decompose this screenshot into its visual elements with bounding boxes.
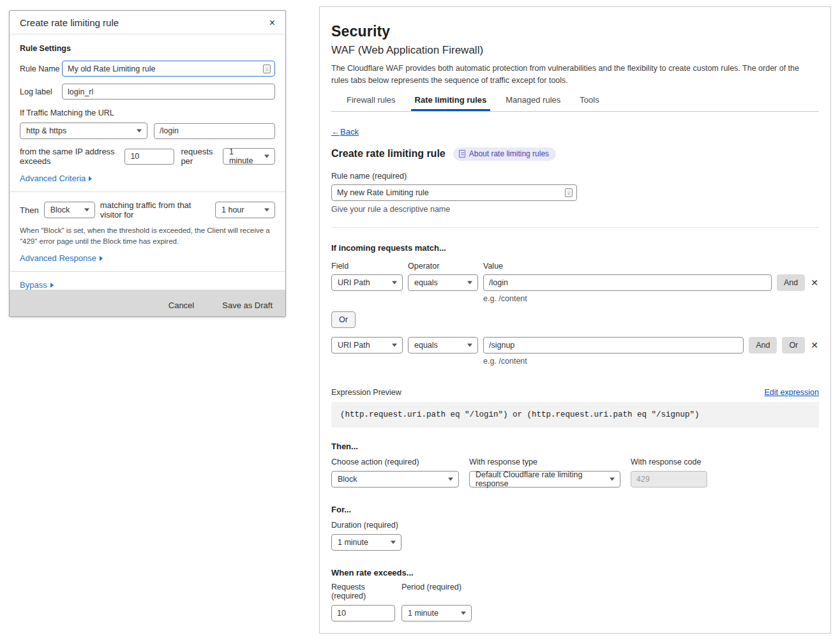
action-select[interactable]: Block [44, 202, 95, 218]
match-heading: If incoming requests match... [331, 243, 819, 253]
value-label: Value [483, 262, 503, 271]
log-label-row: Log label [20, 84, 275, 100]
rule-name-input[interactable] [331, 184, 577, 201]
rule-name-row: Rule Name ↓ [20, 61, 275, 77]
url-input[interactable] [154, 123, 275, 139]
field-select[interactable]: URI Path [331, 274, 403, 291]
autofill-icon[interactable]: ↓ [263, 64, 271, 73]
then-label: Then [20, 205, 39, 215]
security-waf-panel: Security WAF (Web Application Firewall) … [319, 6, 831, 634]
dialog-title: Create rate limiting rule [20, 17, 119, 28]
caret-right-icon [89, 176, 92, 181]
tab-tools[interactable]: Tools [580, 95, 599, 111]
advanced-criteria-label: Advanced Criteria [20, 174, 86, 183]
save-as-draft-button[interactable]: Save as Draft [222, 301, 273, 310]
response-type-select[interactable]: Default Cloudflare rate limiting respons… [469, 471, 620, 487]
then-row: Then Block matching traffic from that vi… [20, 200, 275, 220]
rule-settings-heading: Rule Settings [20, 44, 275, 53]
dialog-body: Rule Settings Rule Name ↓ Log label If T… [10, 34, 285, 290]
advanced-criteria-link[interactable]: Advanced Criteria [20, 174, 92, 183]
choose-action-select[interactable]: Block [331, 471, 459, 487]
condition-row: URI Path equals And ✕ [331, 274, 819, 291]
dialog-header: Create rate limiting rule × [10, 11, 285, 34]
remove-condition-icon[interactable]: ✕ [810, 278, 819, 288]
autofill-icon[interactable]: ↓ [565, 188, 573, 197]
or-button[interactable]: Or [782, 337, 805, 353]
chevron-down-icon [467, 343, 472, 346]
chevron-down-icon [467, 281, 472, 284]
rule-name-label: Rule Name [20, 64, 62, 73]
dialog-footer: Cancel Save as Draft [10, 290, 285, 317]
chevron-down-icon [84, 209, 89, 212]
page-description: The Cloudflare WAF provides both automat… [331, 63, 818, 87]
rule-name-input[interactable] [62, 61, 275, 77]
divider [10, 271, 285, 272]
and-button[interactable]: And [777, 274, 805, 291]
rate-heading: When rate exceeds... [331, 568, 819, 577]
requests-per-text: requests per [181, 147, 216, 166]
create-rate-limit-dialog: Create rate limiting rule × Rule Setting… [9, 10, 286, 317]
then-heading: Then... [331, 442, 819, 451]
chevron-down-icon [264, 155, 269, 158]
condition-labels: Field Operator Value [331, 262, 819, 271]
chevron-down-icon [264, 209, 269, 212]
block-duration-select[interactable]: 1 hour [215, 202, 275, 218]
back-label: Back [340, 127, 359, 137]
operator-select[interactable]: equals [408, 274, 478, 291]
value-hint: e.g. /content [483, 357, 819, 366]
block-note: When "Block" is set, when the threshold … [20, 225, 275, 246]
page-subtitle: WAF (Web Application Firewall) [331, 44, 819, 57]
choose-action-value: Block [338, 475, 357, 484]
rate-period-value: 1 minute [408, 609, 439, 618]
value-input[interactable] [483, 337, 744, 353]
field-select[interactable]: URI Path [331, 337, 403, 353]
caret-right-icon [50, 283, 54, 288]
cancel-button[interactable]: Cancel [169, 301, 194, 310]
and-button[interactable]: And [749, 337, 777, 353]
threshold-row: from the same IP address exceeds request… [20, 147, 275, 166]
log-label-input[interactable] [62, 84, 275, 100]
duration-label: Duration (required) [331, 521, 819, 530]
response-code-label: With response code [631, 458, 707, 466]
value-input[interactable] [483, 274, 772, 291]
condition-row: URI Path equals And Or ✕ [331, 337, 819, 353]
about-rate-limiting-badge[interactable]: About rate limiting rules [453, 147, 556, 161]
close-icon[interactable]: × [269, 18, 275, 28]
waf-tabs: Firewall rules Rate limiting rules Manag… [331, 87, 819, 112]
tab-firewall-rules[interactable]: Firewall rules [347, 95, 396, 111]
remove-condition-icon[interactable]: ✕ [810, 340, 819, 350]
requests-count-input[interactable] [124, 149, 174, 165]
edit-expression-link[interactable]: Edit expression [765, 388, 819, 397]
requests-input[interactable] [331, 605, 395, 621]
back-arrow-icon: ← [331, 127, 340, 137]
rate-period-select[interactable]: 1 minute [401, 605, 472, 621]
duration-value: 1 minute [338, 538, 368, 547]
create-heading-row: Create rate limiting rule About rate lim… [331, 147, 819, 161]
back-link[interactable]: ← Back [331, 127, 359, 137]
field-select-value: URI Path [338, 341, 370, 350]
operator-select[interactable]: equals [408, 337, 478, 353]
tab-rate-limiting-rules[interactable]: Rate limiting rules [411, 95, 491, 111]
period-label: Period (required) [401, 583, 461, 600]
tab-managed-rules[interactable]: Managed rules [506, 95, 560, 111]
chevron-down-icon [461, 611, 466, 614]
rate-controls: 1 minute [331, 605, 819, 621]
scheme-select[interactable]: http & https [20, 123, 147, 139]
operator-select-value: equals [414, 278, 438, 287]
or-connector-button[interactable]: Or [331, 311, 356, 328]
bypass-label: Bypass [20, 280, 47, 290]
period-select-value: 1 minute [229, 147, 259, 165]
traffic-matching-heading: If Traffic Matching the URL [20, 108, 275, 117]
operator-select-value: equals [414, 341, 438, 350]
bypass-link[interactable]: Bypass [20, 280, 54, 290]
divider [10, 191, 285, 192]
expression-code: (http.request.uri.path eq "/login") or (… [331, 402, 819, 428]
response-type-value: Default Cloudflare rate limiting respons… [476, 470, 604, 488]
response-type-label: With response type [469, 458, 620, 466]
duration-select[interactable]: 1 minute [331, 534, 401, 551]
period-select[interactable]: 1 minute [223, 148, 275, 165]
doc-icon [459, 150, 465, 158]
chevron-down-icon [392, 343, 397, 346]
advanced-response-link[interactable]: Advanced Response [20, 253, 103, 263]
exceeds-text: from the same IP address exceeds [20, 147, 118, 166]
